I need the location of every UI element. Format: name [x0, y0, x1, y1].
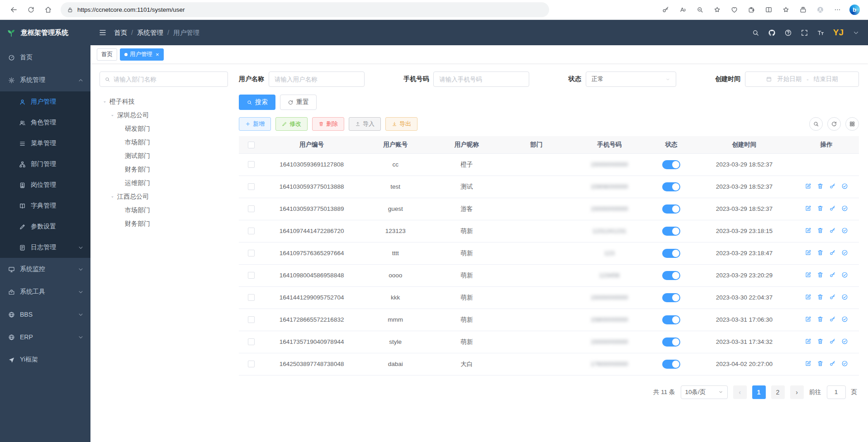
delete-row-button[interactable]	[817, 227, 824, 234]
row-checkbox[interactable]	[248, 272, 255, 279]
phone-input[interactable]	[433, 71, 529, 87]
status-toggle[interactable]	[662, 227, 680, 236]
delete-row-button[interactable]	[817, 338, 824, 345]
edit-row-button[interactable]	[805, 183, 811, 190]
add-button[interactable]: 新增	[239, 117, 271, 131]
assign-role-button[interactable]	[841, 205, 848, 212]
delete-row-button[interactable]	[817, 360, 824, 367]
tree-node[interactable]: 市场部门	[100, 136, 228, 149]
key-icon[interactable]	[657, 2, 674, 18]
assign-role-button[interactable]	[841, 360, 848, 367]
reset-password-button[interactable]	[829, 249, 836, 256]
question-icon[interactable]	[784, 29, 792, 37]
reset-password-button[interactable]	[829, 338, 836, 345]
tree-node[interactable]: 市场部门	[100, 204, 228, 217]
tree-node[interactable]: 深圳总公司	[100, 109, 228, 122]
edit-row-button[interactable]	[805, 338, 811, 345]
tab-item[interactable]: 用户管理×	[120, 48, 164, 61]
more-options-icon[interactable]	[829, 2, 845, 18]
reset-password-button[interactable]	[829, 227, 836, 234]
status-toggle[interactable]	[662, 249, 680, 258]
status-toggle[interactable]	[662, 182, 680, 191]
row-checkbox[interactable]	[248, 294, 255, 301]
sidebar-item[interactable]: 字典管理	[0, 195, 90, 216]
search-toggle-icon[interactable]	[809, 117, 823, 131]
row-checkbox[interactable]	[248, 316, 255, 323]
sidebar-item[interactable]: 用户管理	[0, 91, 90, 112]
yj-logo[interactable]: YJ	[833, 28, 844, 38]
extensions-icon[interactable]	[743, 2, 759, 18]
assign-role-button[interactable]	[841, 227, 848, 234]
assign-role-button[interactable]	[841, 294, 848, 300]
close-tab-icon[interactable]: ×	[156, 51, 159, 58]
collapse-sidebar-icon[interactable]	[99, 29, 107, 37]
next-page-button[interactable]: ›	[790, 385, 804, 399]
assign-role-button[interactable]	[841, 183, 848, 190]
row-checkbox[interactable]	[248, 338, 255, 345]
breadcrumb-item[interactable]: 首页	[114, 29, 127, 37]
reset-password-button[interactable]	[829, 183, 836, 190]
imp-button[interactable]: 导入	[349, 117, 381, 131]
chevron-down-icon[interactable]	[852, 29, 860, 37]
sidebar-item[interactable]: 系统监控	[0, 258, 90, 280]
essentials-icon[interactable]	[726, 2, 742, 18]
tree-node[interactable]: 财务部门	[100, 163, 228, 176]
sidebar-item[interactable]: 岗位管理	[0, 175, 90, 195]
edit-row-button[interactable]	[805, 227, 811, 234]
fullscreen-icon[interactable]	[801, 29, 808, 37]
assign-role-button[interactable]	[841, 316, 848, 323]
status-toggle[interactable]	[662, 315, 680, 324]
font-size-icon[interactable]	[817, 29, 825, 37]
assign-role-button[interactable]	[841, 271, 848, 278]
row-checkbox[interactable]	[248, 161, 255, 168]
edit-row-button[interactable]	[805, 249, 811, 256]
favorite-add-icon[interactable]	[709, 2, 725, 18]
row-checkbox[interactable]	[248, 205, 255, 212]
sidebar-item[interactable]: Yi框架	[0, 348, 90, 371]
delete-row-button[interactable]	[817, 205, 824, 212]
sidebar-item[interactable]: 菜单管理	[0, 133, 90, 154]
reset-password-button[interactable]	[829, 205, 836, 212]
dept-search-input[interactable]	[114, 76, 223, 83]
sidebar-item[interactable]: 部门管理	[0, 154, 90, 175]
delete-row-button[interactable]	[817, 316, 824, 323]
exp-button[interactable]: 导出	[385, 117, 417, 131]
mod-button[interactable]: 修改	[275, 117, 308, 131]
sidebar-item[interactable]: 首页	[0, 46, 90, 69]
sidebar-item[interactable]: 角色管理	[0, 112, 90, 133]
delete-row-button[interactable]	[817, 294, 824, 300]
status-toggle[interactable]	[662, 160, 680, 169]
status-toggle[interactable]	[662, 337, 680, 347]
search-icon[interactable]	[752, 29, 759, 37]
row-checkbox[interactable]	[248, 250, 255, 257]
edit-row-button[interactable]	[805, 271, 811, 278]
tree-node[interactable]: 研发部门	[100, 122, 228, 136]
tree-node[interactable]: 运维部门	[100, 176, 228, 190]
address-bar[interactable]: https://ccnetcore.com:1101/system/user	[61, 2, 549, 17]
delete-row-button[interactable]	[817, 183, 824, 190]
reset-password-button[interactable]	[829, 316, 836, 323]
status-select[interactable]: 正常	[586, 71, 676, 87]
status-toggle[interactable]	[662, 271, 680, 280]
reset-password-button[interactable]	[829, 271, 836, 278]
search-button[interactable]: 搜索	[239, 95, 275, 110]
split-screen-icon[interactable]	[760, 2, 777, 18]
sidebar-item[interactable]: 日志管理	[0, 237, 90, 258]
tree-node[interactable]: 测试部门	[100, 149, 228, 163]
goto-page-input[interactable]	[827, 385, 846, 399]
tree-node[interactable]: 橙子科技	[100, 95, 228, 109]
collections-icon[interactable]	[795, 2, 811, 18]
refresh-button[interactable]	[23, 2, 39, 18]
page-number-button[interactable]: 2	[771, 385, 785, 399]
reset-button[interactable]: 重置	[280, 95, 317, 110]
status-toggle[interactable]	[662, 360, 680, 369]
favorites-icon[interactable]	[778, 2, 794, 18]
tree-node[interactable]: 江西总公司	[100, 190, 228, 204]
edit-row-button[interactable]	[805, 316, 811, 323]
sidebar-item[interactable]: 系统管理	[0, 69, 90, 91]
github-icon[interactable]	[768, 29, 776, 37]
sidebar-item[interactable]: 参数设置	[0, 216, 90, 237]
status-toggle[interactable]	[662, 204, 680, 214]
zoom-out-icon[interactable]	[692, 2, 708, 18]
reset-password-button[interactable]	[829, 294, 836, 300]
